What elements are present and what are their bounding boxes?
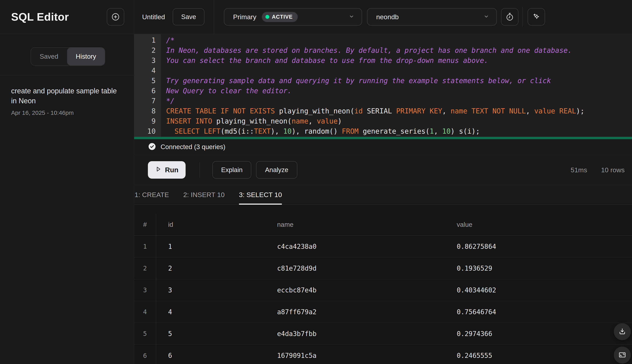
cell-name: a87ff679a2 bbox=[265, 301, 445, 323]
sidebar: SQL Editor Saved History create and popu… bbox=[0, 0, 134, 364]
line-number: 5 bbox=[134, 76, 161, 86]
result-tabs: 1: CREATE2: INSERT 103: SELECT 10 bbox=[134, 185, 632, 204]
line-number: 7 bbox=[134, 96, 161, 106]
connection-status-text: Connected (3 queries) bbox=[161, 143, 226, 151]
line-number: 8 bbox=[134, 106, 161, 116]
cell-value: 0.86275864 bbox=[445, 236, 632, 257]
cell-num: 4 bbox=[134, 301, 156, 323]
table-row[interactable]: 11c4ca4238a00.86275864 bbox=[134, 236, 632, 257]
code-line: 4 bbox=[134, 66, 632, 76]
editor-resize-handle[interactable] bbox=[134, 137, 632, 139]
cell-name: 1679091c5a bbox=[265, 344, 445, 364]
line-number: 1 bbox=[134, 35, 161, 46]
cell-num: 5 bbox=[134, 323, 156, 344]
cell-id: 5 bbox=[156, 323, 265, 344]
table-header-row: # id name value bbox=[134, 214, 632, 236]
code-line: 2In Neon, databases are stored on branch… bbox=[134, 46, 632, 56]
code-line: 10 SELECT LEFT(md5(i::TEXT), 10), random… bbox=[134, 126, 632, 136]
code-line: 9INSERT INTO playing_with_neon(name, val… bbox=[134, 116, 632, 126]
results-panel: # id name value 11c4ca4238a00.8627586422… bbox=[134, 204, 632, 364]
analyze-button[interactable]: Analyze bbox=[256, 161, 297, 179]
cell-num: 2 bbox=[134, 257, 156, 279]
fullscreen-icon bbox=[618, 350, 627, 360]
table-row[interactable]: 55e4da3b7fbb0.2974366 bbox=[134, 323, 632, 344]
table-row[interactable]: 22c81e728d9d0.1936529 bbox=[134, 257, 632, 279]
download-results-button[interactable] bbox=[614, 323, 631, 340]
line-number: 10 bbox=[134, 126, 161, 136]
play-icon bbox=[155, 166, 162, 174]
tab-saved[interactable]: Saved bbox=[31, 48, 67, 66]
explain-button[interactable]: Explain bbox=[213, 161, 251, 179]
result-tab-3[interactable]: 3: SELECT 10 bbox=[239, 185, 282, 204]
query-duration: 51ms bbox=[571, 166, 587, 174]
page-title: SQL Editor bbox=[11, 10, 107, 23]
stopwatch-icon bbox=[505, 12, 514, 22]
result-tab-2[interactable]: 2: INSERT 10 bbox=[183, 185, 225, 204]
column-header-name: name bbox=[265, 214, 445, 236]
sidebar-tab-section: Saved History bbox=[0, 34, 134, 75]
history-list: create and populate sample table in Neon… bbox=[0, 75, 134, 127]
code-line: 7*/ bbox=[134, 96, 632, 106]
cell-name: e4da3b7fbb bbox=[265, 323, 445, 344]
sql-editor-app: SQL Editor Saved History create and popu… bbox=[0, 0, 632, 364]
result-tab-1[interactable]: 1: CREATE bbox=[135, 185, 169, 204]
database-select[interactable]: neondb bbox=[367, 8, 497, 26]
cell-value: 0.2974366 bbox=[445, 323, 632, 344]
save-button[interactable]: Save bbox=[173, 8, 204, 26]
code-text: INSERT INTO playing_with_neon(name, valu… bbox=[161, 116, 342, 126]
run-button-label: Run bbox=[165, 166, 178, 174]
cell-value: 0.75646764 bbox=[445, 301, 632, 323]
active-dot bbox=[265, 15, 269, 19]
branch-name: Primary bbox=[233, 13, 256, 21]
editor-topbar: Untitled Save Primary ACTIVE neondb bbox=[134, 0, 632, 34]
query-metrics: 51ms 10 rows bbox=[571, 166, 632, 174]
database-name: neondb bbox=[376, 13, 398, 21]
cell-num: 6 bbox=[134, 344, 156, 364]
branch-select[interactable]: Primary ACTIVE bbox=[224, 8, 362, 26]
branch-status-badge: ACTIVE bbox=[262, 12, 298, 22]
code-text: CREATE TABLE IF NOT EXISTS playing_with_… bbox=[161, 106, 584, 116]
code-text bbox=[161, 66, 166, 76]
expand-results-button[interactable] bbox=[614, 346, 631, 364]
cell-name: c81e728d9d bbox=[265, 257, 445, 279]
chevron-down-icon bbox=[483, 14, 489, 20]
cell-value: 0.2465555 bbox=[445, 344, 632, 364]
table-row[interactable]: 661679091c5a0.2465555 bbox=[134, 344, 632, 364]
history-item[interactable]: create and populate sample table in Neon… bbox=[11, 86, 123, 116]
run-button[interactable]: Run bbox=[148, 161, 185, 179]
code-editor[interactable]: 1/*2In Neon, databases are stored on bra… bbox=[134, 34, 632, 139]
query-history-button[interactable] bbox=[501, 8, 518, 26]
new-query-button[interactable] bbox=[107, 8, 124, 26]
cell-num: 3 bbox=[134, 279, 156, 301]
cell-id: 3 bbox=[156, 279, 265, 301]
table-row[interactable]: 44a87ff679a20.75646764 bbox=[134, 301, 632, 323]
query-row-count: 10 rows bbox=[601, 166, 625, 174]
cell-id: 4 bbox=[156, 301, 265, 323]
tab-history[interactable]: History bbox=[67, 48, 105, 66]
cell-id: 1 bbox=[156, 236, 265, 257]
cell-num: 1 bbox=[134, 236, 156, 257]
cell-value: 0.1936529 bbox=[445, 257, 632, 279]
line-number: 6 bbox=[134, 86, 161, 96]
code-text: */ bbox=[161, 96, 174, 106]
history-item-title: create and populate sample table in Neon bbox=[11, 86, 121, 106]
table-row[interactable]: 33eccbc87e4b0.40344602 bbox=[134, 279, 632, 301]
code-text: New Query to clear the editor. bbox=[161, 86, 292, 96]
circle-plus-icon bbox=[111, 12, 120, 22]
topbar-divider bbox=[214, 0, 214, 34]
cell-id: 2 bbox=[156, 257, 265, 279]
code-line: 8CREATE TABLE IF NOT EXISTS playing_with… bbox=[134, 106, 632, 116]
code-text: SELECT LEFT(md5(i::TEXT), 10), random() … bbox=[161, 126, 480, 136]
query-name[interactable]: Untitled bbox=[142, 13, 165, 21]
topbar-divider bbox=[522, 7, 523, 27]
code-line: 1/* bbox=[134, 35, 632, 46]
saved-history-switcher: Saved History bbox=[31, 47, 105, 66]
download-icon bbox=[618, 327, 627, 336]
editor-lines: 1/*2In Neon, databases are stored on bra… bbox=[134, 34, 632, 136]
cell-value: 0.40344602 bbox=[445, 279, 632, 301]
ai-assist-button[interactable] bbox=[528, 8, 545, 26]
line-number: 4 bbox=[134, 66, 161, 76]
cell-name: eccbc87e4b bbox=[265, 279, 445, 301]
actions-divider bbox=[199, 162, 200, 178]
line-number: 9 bbox=[134, 116, 161, 126]
